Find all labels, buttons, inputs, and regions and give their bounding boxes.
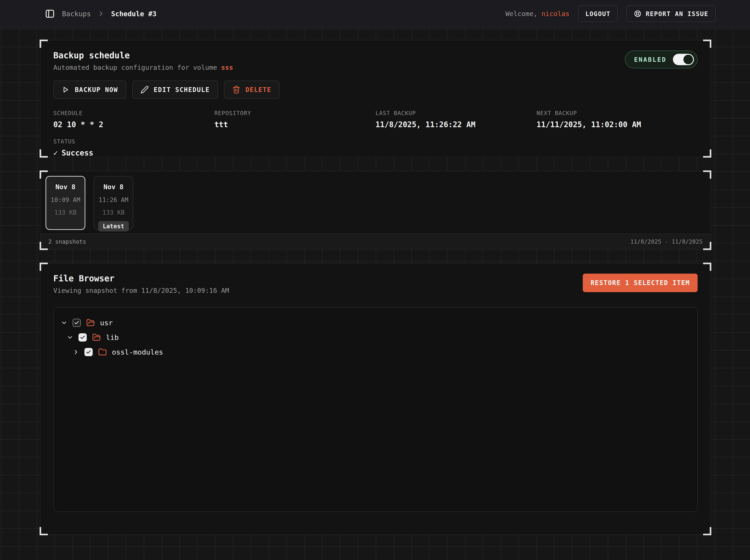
breadcrumb-current: Schedule #3	[111, 10, 157, 18]
chevron-right-icon	[98, 11, 104, 17]
tree-row[interactable]: ossl-modules	[73, 345, 690, 359]
snapshot-date: Nov 8	[103, 183, 123, 191]
field-value: ttt	[214, 120, 375, 129]
report-issue-button[interactable]: REPORT AN ISSUE	[627, 5, 716, 22]
enabled-toggle[interactable]: ENABLED	[625, 51, 697, 68]
chevron-down-icon[interactable]	[61, 319, 67, 326]
check-icon	[80, 335, 85, 340]
snapshots-footer: 2 snapshots 11/8/2025 - 11/8/2025	[40, 234, 710, 249]
corner-bracket	[40, 149, 48, 158]
snapshot-count: 2 snapshots	[48, 238, 86, 245]
backup-now-label: BACKUP NOW	[75, 86, 118, 94]
file-browser-title: File Browser	[53, 274, 229, 283]
enabled-label: ENABLED	[634, 56, 667, 63]
snapshot-date: Nov 8	[55, 183, 75, 191]
check-icon	[74, 320, 79, 325]
tree-item-name: usr	[100, 319, 113, 327]
field-next-backup: NEXT BACKUP 11/11/2025, 11:02:00 AM	[536, 110, 697, 129]
corner-bracket	[703, 149, 711, 158]
backup-now-button[interactable]: BACKUP NOW	[53, 81, 126, 99]
field-label: SCHEDULE	[53, 110, 214, 116]
field-value: 02 10 * * 2	[53, 120, 214, 129]
breadcrumb: Backups Schedule #3	[45, 8, 157, 19]
field-last-backup: LAST BACKUP 11/8/2025, 11:26:22 AM	[375, 110, 536, 129]
field-value: 11/11/2025, 11:02:00 AM	[536, 120, 697, 129]
folder-open-icon	[92, 333, 101, 342]
field-label: REPOSITORY	[214, 110, 375, 116]
chevron-down-icon[interactable]	[66, 334, 74, 341]
toggle-knob	[684, 55, 693, 64]
field-value: 11/8/2025, 11:26:22 AM	[375, 120, 536, 129]
folder-closed-icon	[98, 348, 107, 356]
topbar-right: Welcome, nicolas LOGOUT REPORT AN ISSUE	[506, 5, 716, 22]
toggle-switch[interactable]	[673, 54, 694, 65]
report-issue-label: REPORT AN ISSUE	[646, 10, 708, 17]
welcome-text: Welcome, nicolas	[506, 10, 569, 18]
tree-row[interactable]: usr	[61, 316, 690, 330]
schedule-fields: SCHEDULE 02 10 * * 2 REPOSITORY ttt LAST…	[53, 110, 697, 129]
sidebar-toggle-icon[interactable]	[45, 8, 55, 19]
logout-button[interactable]: LOGOUT	[578, 5, 618, 22]
chevron-right-icon[interactable]	[73, 348, 79, 356]
tree-checkbox[interactable]	[84, 348, 93, 356]
corner-bracket	[703, 527, 711, 535]
field-label: STATUS	[53, 138, 697, 145]
tree-item-name: ossl-modules	[112, 348, 163, 356]
status-value: ✓ Success	[53, 148, 697, 157]
folder-open-icon	[86, 318, 95, 327]
file-browser-panel: File Browser Viewing snapshot from 11/8/…	[40, 263, 711, 535]
tree-checkbox[interactable]	[78, 333, 87, 342]
corner-bracket	[40, 40, 48, 48]
corner-bracket	[703, 263, 711, 271]
tree-row[interactable]: lib	[66, 330, 690, 345]
snapshot-date-range: 11/8/2025 - 11/8/2025	[630, 238, 703, 245]
snapshot-size: 133 KB	[54, 209, 77, 216]
delete-button[interactable]: DELETE	[224, 81, 280, 99]
snapshots-panel: Nov 8 10:09 AM 133 KB Nov 8 11:26 AM 133…	[40, 171, 711, 249]
latest-badge: Latest	[98, 221, 129, 232]
backup-schedule-panel: Backup schedule Automated backup configu…	[40, 40, 711, 157]
lifebuoy-icon	[634, 10, 642, 18]
file-tree: usr lib	[53, 307, 697, 512]
breadcrumb-backups[interactable]: Backups	[62, 10, 91, 18]
check-icon	[86, 349, 91, 355]
field-repository: REPOSITORY ttt	[214, 110, 375, 129]
snapshot-time: 11:26 AM	[99, 196, 129, 203]
username: nicolas	[541, 10, 569, 18]
status-text: Success	[62, 148, 93, 157]
snapshot-card[interactable]: Nov 8 10:09 AM 133 KB	[45, 176, 85, 230]
edit-schedule-button[interactable]: EDIT SCHEDULE	[132, 81, 218, 99]
trash-icon	[232, 85, 240, 94]
topbar: Backups Schedule #3 Welcome, nicolas LOG…	[0, 0, 750, 28]
restore-selected-button[interactable]: RESTORE 1 SELECTED ITEM	[583, 274, 697, 292]
field-label: NEXT BACKUP	[536, 110, 697, 116]
file-browser-subtitle: Viewing snapshot from 11/8/2025, 10:09:1…	[53, 287, 229, 295]
snapshot-card[interactable]: Nov 8 11:26 AM 133 KB Latest	[94, 176, 133, 230]
panel-subtitle: Automated backup configuration for volum…	[53, 64, 233, 72]
tree-item-name: lib	[106, 333, 119, 342]
field-label: LAST BACKUP	[375, 110, 536, 116]
play-icon	[62, 85, 70, 94]
logout-label: LOGOUT	[586, 10, 611, 17]
panel-title: Backup schedule	[53, 51, 233, 60]
delete-label: DELETE	[245, 86, 271, 94]
volume-name: sss	[221, 64, 233, 72]
pencil-icon	[140, 85, 149, 94]
corner-bracket	[703, 40, 711, 48]
field-schedule: SCHEDULE 02 10 * * 2	[53, 110, 214, 129]
field-status: STATUS ✓ Success	[53, 138, 697, 157]
corner-bracket	[40, 527, 48, 535]
snapshot-card-list: Nov 8 10:09 AM 133 KB Nov 8 11:26 AM 133…	[40, 171, 710, 235]
snapshot-size: 133 KB	[102, 209, 125, 216]
corner-bracket	[40, 263, 48, 271]
check-icon: ✓	[53, 148, 58, 157]
snapshot-time: 10:09 AM	[51, 196, 80, 203]
tree-checkbox[interactable]	[73, 319, 81, 327]
edit-schedule-label: EDIT SCHEDULE	[154, 86, 210, 94]
